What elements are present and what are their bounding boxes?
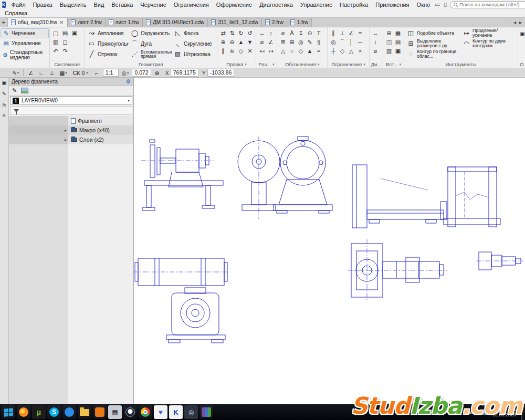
edit-tool-icon[interactable]: ⊖ bbox=[228, 38, 236, 46]
edit-tool-icon[interactable]: ⊕ bbox=[219, 38, 227, 46]
start-button[interactable] bbox=[2, 405, 15, 419]
dimension-tool-icon[interactable]: ↦ bbox=[267, 47, 275, 55]
edit-tool-icon[interactable]: ◇ bbox=[237, 47, 245, 55]
insert-tool-icon[interactable]: ▣ bbox=[394, 47, 402, 55]
group-label-dimensions[interactable]: Раз... ▾ bbox=[256, 61, 277, 68]
ortho-mode-button[interactable]: ⌐ bbox=[92, 69, 101, 77]
notation-tool-icon[interactable]: ✎ bbox=[306, 38, 314, 46]
layout-icon[interactable]: ▯ bbox=[443, 2, 448, 7]
fillet-button[interactable]: ◟ Скругление bbox=[172, 38, 215, 49]
layer-select[interactable]: 1 LAYER0VIEW0 ▾ bbox=[10, 96, 132, 105]
firefox-icon[interactable] bbox=[17, 405, 30, 419]
dimension-tool-icon[interactable]: ⌀ bbox=[258, 38, 266, 46]
open-button[interactable]: ▤ bbox=[61, 29, 69, 37]
variables-fx-icon[interactable]: fx bbox=[1, 101, 8, 109]
menu-select[interactable]: Выделить bbox=[56, 1, 90, 8]
tab-document[interactable]: лист 1.frw bbox=[106, 18, 143, 27]
group-label-edit[interactable]: Правка ▾ bbox=[217, 61, 256, 68]
insert-tool-icon[interactable]: ▦ bbox=[394, 29, 402, 37]
edit-tool-icon[interactable]: ✕ bbox=[246, 47, 254, 55]
constraint-tool-icon[interactable]: = bbox=[356, 29, 364, 37]
constraint-tool-icon[interactable]: ∥ bbox=[329, 29, 338, 37]
close-tab-icon[interactable]: ✕ bbox=[59, 20, 65, 25]
constraint-tool-icon[interactable]: │ bbox=[347, 38, 355, 46]
ribbon-overflow-label[interactable]: О. bbox=[520, 62, 525, 67]
command-search[interactable] bbox=[450, 1, 525, 8]
notation-tool-icon[interactable]: ≣ bbox=[279, 38, 287, 46]
dimension-tool-icon[interactable]: ↔ bbox=[258, 29, 266, 37]
redo-button[interactable]: ↷ bbox=[61, 47, 69, 55]
autoline-button[interactable]: ↝ Автолиния bbox=[86, 28, 129, 38]
rectangle-button[interactable]: ▭ Прямоугольник bbox=[86, 38, 129, 49]
segment-button[interactable]: ╱ Отрезок bbox=[86, 49, 129, 59]
constraint-tool-icon[interactable]: ∠ bbox=[347, 29, 355, 37]
insert-tool-icon[interactable]: ▤ bbox=[394, 38, 402, 46]
arc-button[interactable]: ⌒ Дуга bbox=[129, 38, 172, 49]
panels-icon[interactable]: ▣ bbox=[1, 79, 8, 87]
expand-icon[interactable]: ▸ bbox=[65, 138, 69, 142]
messenger-icon[interactable] bbox=[62, 405, 76, 419]
tab-document[interactable]: 1.frw bbox=[287, 18, 312, 27]
di-tool-icon[interactable]: ↕ bbox=[371, 38, 380, 46]
scale-value[interactable]: 1:1 bbox=[103, 69, 119, 77]
edit-tool-icon[interactable]: ↺ bbox=[246, 29, 254, 37]
gear-icon[interactable]: ⚙ bbox=[125, 78, 131, 85]
notation-tool-icon[interactable]: = bbox=[314, 47, 323, 55]
style-pencil-button[interactable]: ✎ ▾ bbox=[10, 69, 20, 77]
edit-tool-icon[interactable]: ⇅ bbox=[228, 29, 236, 37]
mode-standard-parts-button[interactable]: ⚙ Стандартные изделия bbox=[1, 48, 49, 62]
grid-button[interactable]: ▦ ▾ bbox=[58, 69, 68, 77]
preview-button[interactable]: ◻ bbox=[61, 38, 69, 46]
chamfer-button[interactable]: ◺ Фаска bbox=[172, 28, 215, 38]
constraint-tool-icon[interactable]: × bbox=[356, 47, 364, 55]
constraint-tool-icon[interactable]: ◇ bbox=[338, 47, 346, 55]
scroll-tabs-right-icon[interactable]: ▸ bbox=[518, 19, 523, 25]
similarity-button[interactable]: ◫ Подобие объекта bbox=[405, 28, 461, 38]
menu-insert[interactable]: Вставка bbox=[108, 1, 136, 8]
search-app-icon[interactable]: ◎ bbox=[184, 405, 198, 419]
auxiliary-line-button[interactable]: ⋰ Вспомогательная прямая bbox=[129, 49, 172, 59]
heart-app-icon[interactable]: ♥ bbox=[154, 405, 167, 419]
group-label-di[interactable]: Ди... bbox=[370, 61, 383, 68]
utorrent-icon[interactable]: µ bbox=[32, 405, 46, 419]
menu-constraints[interactable]: Ограничения bbox=[170, 1, 213, 8]
group-label-system[interactable]: Системная bbox=[50, 61, 84, 68]
mode-management-button[interactable]: ▤ Управление bbox=[1, 38, 49, 48]
save-button[interactable]: ▣ bbox=[70, 29, 79, 37]
edit-tool-icon[interactable]: ∥ bbox=[219, 47, 227, 55]
menu-management[interactable]: Управление bbox=[297, 1, 336, 8]
y-value-field[interactable]: -1033.86 bbox=[207, 69, 234, 77]
steam-icon[interactable] bbox=[123, 405, 137, 419]
constraint-tool-icon[interactable]: ─ bbox=[356, 38, 364, 46]
group-label-instruments[interactable]: Инструменты bbox=[404, 61, 518, 68]
edit-tool-icon[interactable]: ≋ bbox=[228, 47, 236, 55]
pencil-icon[interactable]: ✎ bbox=[12, 87, 17, 94]
notation-tool-icon[interactable]: ◇ bbox=[297, 47, 305, 55]
snap-angle-button[interactable]: ∠ bbox=[26, 69, 35, 77]
tree-item-fragment[interactable]: Фрагмент bbox=[9, 116, 133, 125]
notation-tool-icon[interactable]: ▲ bbox=[306, 47, 314, 55]
undo-button[interactable]: ↶ bbox=[51, 47, 60, 55]
coordinate-system-select[interactable]: СК 0 ▾ bbox=[70, 69, 91, 77]
add-tab-button[interactable]: + bbox=[0, 18, 8, 27]
insert-tool-icon[interactable]: ◫ bbox=[385, 38, 393, 46]
insert-tool-icon[interactable]: ▥ bbox=[385, 47, 393, 55]
menu-view[interactable]: Вид bbox=[90, 1, 108, 8]
group-label-constraints[interactable]: Ограничения ▾ bbox=[328, 61, 369, 68]
ribbon-overflow-icon[interactable]: ▣ bbox=[518, 29, 525, 38]
chrome-icon[interactable] bbox=[139, 405, 152, 419]
edit-tool-icon[interactable]: ▼ bbox=[246, 38, 254, 46]
tab-document[interactable]: 2.frw bbox=[262, 18, 287, 27]
edit-tool-icon[interactable]: ⇄ bbox=[219, 29, 227, 37]
scroll-tabs-left-icon[interactable]: ◂ bbox=[512, 19, 517, 25]
tab-document[interactable]: ДМ 311.04\Лист1.cdw bbox=[143, 18, 208, 27]
insert-tool-icon[interactable]: ⊞ bbox=[385, 29, 393, 37]
snap-perpendicular-button[interactable]: ⊥ bbox=[47, 69, 56, 77]
tab-document[interactable]: 311_list1_12.cdw bbox=[208, 18, 262, 27]
notation-tool-icon[interactable]: ⌀ bbox=[279, 29, 287, 37]
dimension-tool-icon[interactable]: ∠ bbox=[267, 38, 275, 46]
dimension-tool-icon[interactable]: ↕ bbox=[267, 29, 275, 37]
contour-two-contours-button[interactable]: ◠ Контур по двум контурам bbox=[461, 38, 517, 49]
winrar-icon[interactable] bbox=[200, 405, 213, 419]
menu-styling[interactable]: Оформление bbox=[213, 1, 256, 8]
